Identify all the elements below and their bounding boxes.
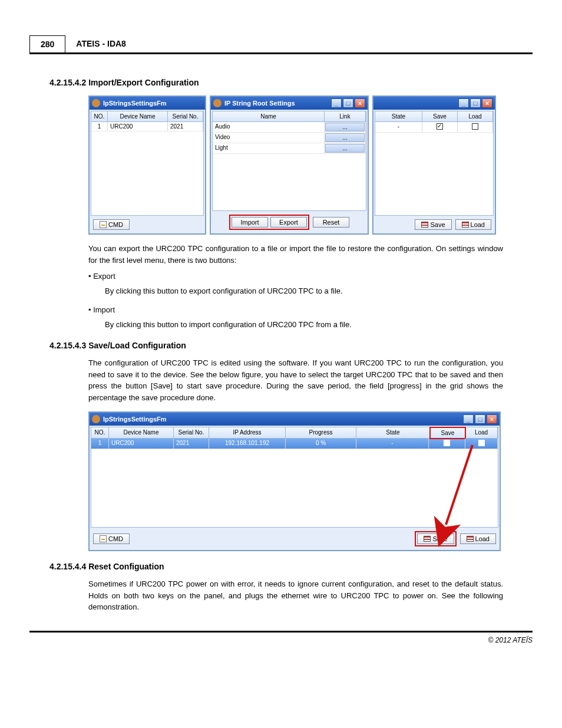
table-row[interactable]: Audio ... bbox=[213, 122, 366, 133]
page-header: 280 ATEIS - IDA8 bbox=[29, 35, 533, 54]
col-name: Name bbox=[213, 111, 325, 122]
cell-load bbox=[458, 122, 493, 133]
close-button[interactable]: × bbox=[482, 98, 492, 108]
save-checkbox[interactable] bbox=[444, 440, 450, 446]
cmd-button[interactable]: CMD bbox=[93, 219, 130, 230]
load-icon bbox=[462, 222, 469, 228]
grid-body: Audio ... Video ... Light ... bbox=[213, 122, 366, 210]
cell-name: Audio bbox=[213, 122, 325, 133]
load-button[interactable]: Load bbox=[460, 533, 496, 544]
table-row[interactable]: - bbox=[375, 122, 493, 133]
app-icon bbox=[213, 99, 222, 107]
window-title: IP String Root Settings bbox=[224, 100, 295, 107]
minimize-button[interactable]: _ bbox=[463, 414, 474, 424]
cell-name: Video bbox=[213, 133, 325, 143]
window-title-bar: IpStringsSettingsFm bbox=[90, 97, 205, 110]
bullet-export: • Export By clicking this button to expo… bbox=[88, 272, 503, 297]
bullet-import: • Import By clicking this button to impo… bbox=[88, 305, 503, 331]
window-ipstring-root: IP String Root Settings _ □ × Name Link … bbox=[210, 95, 369, 235]
window-title-bar: IP String Root Settings _ □ × bbox=[211, 97, 368, 110]
link-button[interactable]: ... bbox=[325, 133, 365, 142]
col-no: NO. bbox=[91, 111, 108, 122]
col-device: Device Name bbox=[108, 111, 168, 122]
grid-container: Name Link Audio ... Video ... Light ... bbox=[212, 111, 366, 211]
minimize-button[interactable]: _ bbox=[331, 98, 342, 108]
window-title: IpStringsSettingsFm bbox=[103, 100, 167, 107]
save-icon bbox=[421, 222, 428, 228]
body-paragraph: The configuration of URC200 TPC is edite… bbox=[88, 357, 503, 403]
table-row[interactable]: 1 URC200 2021 bbox=[91, 122, 203, 131]
screenshot-save-load: IpStringsSettingsFm _ □ × NO. Device Nam… bbox=[88, 411, 503, 551]
link-button[interactable]: ... bbox=[325, 123, 365, 131]
load-button[interactable]: Load bbox=[455, 219, 491, 230]
cell-device: URC200 bbox=[108, 122, 168, 131]
load-checkbox[interactable] bbox=[472, 123, 478, 130]
close-button[interactable]: × bbox=[355, 98, 365, 108]
save-button[interactable]: Save bbox=[417, 533, 454, 544]
col-save-highlight: Save bbox=[429, 427, 466, 439]
bottom-bar: CMD bbox=[90, 217, 205, 233]
note-icon bbox=[100, 221, 107, 228]
table-row[interactable]: Light ... bbox=[213, 143, 366, 154]
cell-name: Light bbox=[213, 143, 325, 154]
cell-serial: 2021 bbox=[168, 122, 203, 131]
close-button[interactable]: × bbox=[487, 414, 497, 424]
cell-serial: 2021 bbox=[174, 439, 209, 449]
save-icon bbox=[424, 536, 431, 542]
col-state: State bbox=[375, 111, 422, 122]
grid-body: - bbox=[375, 122, 493, 210]
cell-state: - bbox=[356, 439, 429, 449]
cell-device: URC200 bbox=[109, 439, 174, 449]
grid-container: NO. Device Name Serial No. IP Address Pr… bbox=[91, 427, 498, 528]
save-button[interactable]: Save bbox=[415, 219, 451, 230]
window-title: IpStringsSettingsFm bbox=[103, 416, 167, 423]
col-save: Save bbox=[422, 111, 458, 122]
cmd-button[interactable]: CMD bbox=[93, 533, 130, 544]
screenshot-import-export: IpStringsSettingsFm NO. Device Name Seri… bbox=[88, 95, 503, 235]
cell-ip: 192.168.101.192 bbox=[209, 439, 286, 449]
section-heading-import-export: 4.2.15.4.2 Import/Export Configuration bbox=[49, 78, 533, 87]
window-title-bar: IpStringsSettingsFm _ □ × bbox=[90, 413, 500, 426]
grid-header: State Save Load bbox=[375, 111, 493, 122]
reset-button[interactable]: Reset bbox=[313, 217, 349, 228]
grid-header: NO. Device Name Serial No. IP Address Pr… bbox=[91, 427, 498, 439]
section-heading-reset: 4.2.15.4.4 Reset Configuation bbox=[49, 562, 533, 571]
export-button[interactable]: Export bbox=[270, 217, 307, 228]
col-link: Link bbox=[325, 111, 366, 122]
highlight-box: Import Export bbox=[229, 215, 309, 230]
col-serial: Serial No. bbox=[174, 427, 209, 439]
bullet-list: • Export By clicking this button to expo… bbox=[88, 272, 503, 330]
maximize-button[interactable]: □ bbox=[470, 98, 481, 108]
bottom-bar: Save Load bbox=[373, 217, 495, 233]
section-heading-save-load: 4.2.15.4.3 Save/Load Configuration bbox=[49, 341, 533, 350]
col-load: Load bbox=[465, 427, 498, 439]
bullet-desc: By clicking this button to export config… bbox=[105, 285, 503, 297]
body-paragraph: You can export the URC200 TPC configurat… bbox=[88, 243, 503, 266]
load-checkbox[interactable] bbox=[478, 440, 485, 446]
window-ipstrings-wide: IpStringsSettingsFm _ □ × NO. Device Nam… bbox=[88, 411, 501, 551]
cell-save bbox=[429, 439, 465, 449]
maximize-button[interactable]: □ bbox=[475, 414, 485, 424]
save-checkbox[interactable] bbox=[437, 123, 443, 130]
table-row-selected[interactable]: 1 URC200 2021 192.168.101.192 0 % - bbox=[91, 439, 498, 449]
table-row[interactable]: Video ... bbox=[213, 133, 366, 143]
col-load: Load bbox=[458, 111, 493, 122]
app-icon bbox=[92, 415, 100, 423]
highlight-box: Save bbox=[415, 531, 456, 546]
body-paragraph: Sometimes if URC200 TPC power on with er… bbox=[88, 578, 503, 613]
maximize-button[interactable]: □ bbox=[343, 98, 353, 108]
window-title-bar: _ □ × bbox=[373, 97, 495, 110]
bottom-bar: CMD Save Load bbox=[90, 529, 500, 550]
window-ipstrings-a: IpStringsSettingsFm NO. Device Name Seri… bbox=[88, 95, 206, 235]
cell-load bbox=[465, 439, 498, 449]
col-state: State bbox=[356, 427, 430, 439]
link-button[interactable]: ... bbox=[325, 144, 365, 153]
grid-body: 1 URC200 2021 bbox=[91, 122, 203, 210]
minimize-button[interactable]: _ bbox=[458, 98, 469, 108]
page-number: 280 bbox=[29, 35, 65, 52]
grid-container: State Save Load - bbox=[375, 111, 494, 216]
grid-header: Name Link bbox=[213, 111, 366, 122]
import-button[interactable]: Import bbox=[232, 217, 268, 228]
col-progress: Progress bbox=[286, 427, 356, 439]
cell-no: 1 bbox=[91, 122, 108, 131]
